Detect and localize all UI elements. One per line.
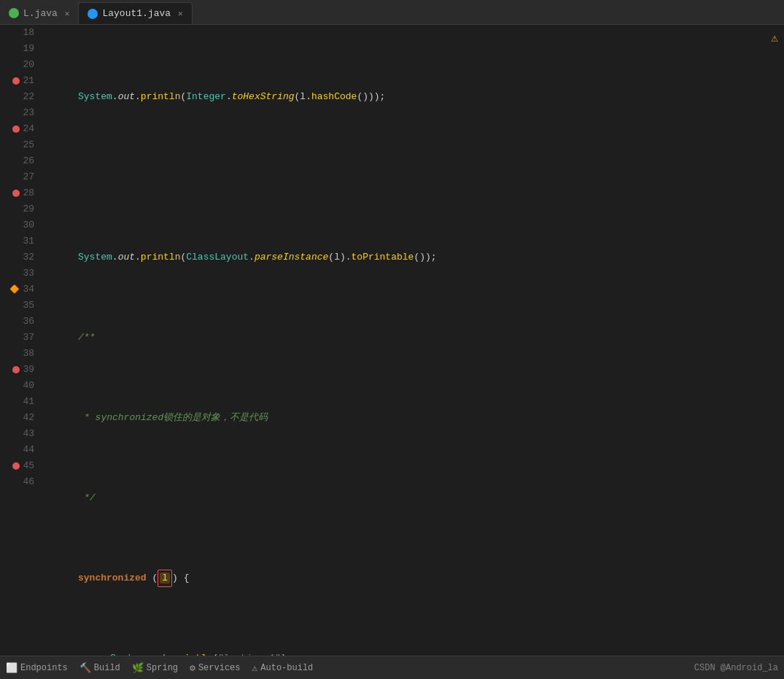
copyright-text: CSDN @Android_la (694, 663, 778, 673)
ln-33: 33 (6, 265, 34, 282)
tab-icon-green (9, 8, 19, 18)
code-line-18: System.out.println(Integer.toHexString(l… (46, 89, 784, 105)
ln-35: 35 (6, 298, 34, 314)
ln-39: 39 (6, 362, 34, 378)
tab-close-Layout1[interactable]: ✕ (178, 9, 183, 18)
bottom-bar-left: ⬜ Endpoints 🔨 Build 🌿 Spring ⚙ Services … (6, 662, 313, 674)
build-icon: 🔨 (79, 662, 91, 674)
code-area: ⚠ 18 19 20 21 22 23 24 25 26 27 28 29 30… (0, 25, 784, 656)
ln-44: 44 (6, 442, 34, 458)
ln-20: 20 (6, 57, 34, 73)
ln-36: 36 (6, 314, 34, 330)
tab-icon-blue (88, 9, 98, 19)
bottom-bar: ⬜ Endpoints 🔨 Build 🌿 Spring ⚙ Services … (0, 656, 784, 679)
ln-37: 37 (6, 330, 34, 346)
ln-32: 32 (6, 249, 34, 265)
endpoints-button[interactable]: ⬜ Endpoints (6, 662, 68, 674)
code-line-22: * synchronized锁住的是对象，不是代码 (46, 410, 784, 426)
ln-30: 30 (6, 217, 34, 233)
code-lines[interactable]: System.out.println(Integer.toHexString(l… (40, 25, 784, 656)
ln-28: 28 (6, 185, 34, 201)
tab-L-java[interactable]: L.java ✕ (0, 2, 78, 24)
ln-38: 38 (6, 346, 34, 362)
ln-18: 18 (6, 25, 34, 41)
spring-button[interactable]: 🌿 Spring (132, 662, 178, 674)
ln-22: 22 (6, 89, 34, 105)
ln-24: 24 (6, 121, 34, 137)
spring-icon: 🌿 (132, 662, 144, 674)
build-button[interactable]: 🔨 Build (79, 662, 120, 674)
ln-31: 31 (6, 233, 34, 249)
ln-40: 40 (6, 378, 34, 394)
ln-23: 23 (6, 105, 34, 121)
ln-25: 25 (6, 137, 34, 153)
tab-Layout1-java[interactable]: Layout1.java ✕ (78, 2, 192, 24)
ln-41: 41 (6, 394, 34, 410)
code-line-25: System.out.println("locking 1"); (46, 651, 784, 656)
code-line-24: synchronized (l) { (46, 570, 784, 586)
ln-21: 21 (6, 73, 34, 89)
endpoints-icon: ⬜ (6, 662, 18, 674)
code-line-20: System.out.println(ClassLayout.parseInst… (46, 249, 784, 265)
auto-build-button[interactable]: ⚠ Auto-build (252, 662, 313, 674)
line-numbers: 18 19 20 21 22 23 24 25 26 27 28 29 30 3… (0, 25, 40, 656)
services-label: Services (198, 663, 241, 673)
ln-27: 27 (6, 169, 34, 185)
ln-46: 46 (6, 474, 34, 490)
services-button[interactable]: ⚙ Services (190, 662, 240, 674)
spring-label: Spring (147, 663, 178, 673)
ln-42: 42 (6, 410, 34, 426)
endpoints-label: Endpoints (20, 663, 68, 673)
ln-26: 26 (6, 153, 34, 169)
code-line-21: /** (46, 330, 784, 346)
ln-34: 🔶34 (6, 282, 34, 298)
tab-bar: L.java ✕ Layout1.java ✕ (0, 0, 784, 25)
services-icon: ⚙ (190, 662, 195, 674)
tab-label-L: L.java (23, 8, 58, 19)
code-line-19 (46, 169, 784, 185)
code-container: 18 19 20 21 22 23 24 25 26 27 28 29 30 3… (0, 25, 784, 656)
code-line-23: */ (46, 490, 784, 506)
auto-build-icon: ⚠ (252, 662, 257, 674)
build-label: Build (94, 663, 120, 673)
warning-icon: ⚠ (771, 31, 778, 45)
ln-43: 43 (6, 426, 34, 442)
tab-close-L[interactable]: ✕ (65, 9, 70, 18)
tab-label-Layout1: Layout1.java (102, 8, 171, 19)
auto-build-label: Auto-build (260, 663, 313, 673)
ln-45: 45 (6, 458, 34, 474)
ln-19: 19 (6, 41, 34, 57)
ln-29: 29 (6, 201, 34, 217)
